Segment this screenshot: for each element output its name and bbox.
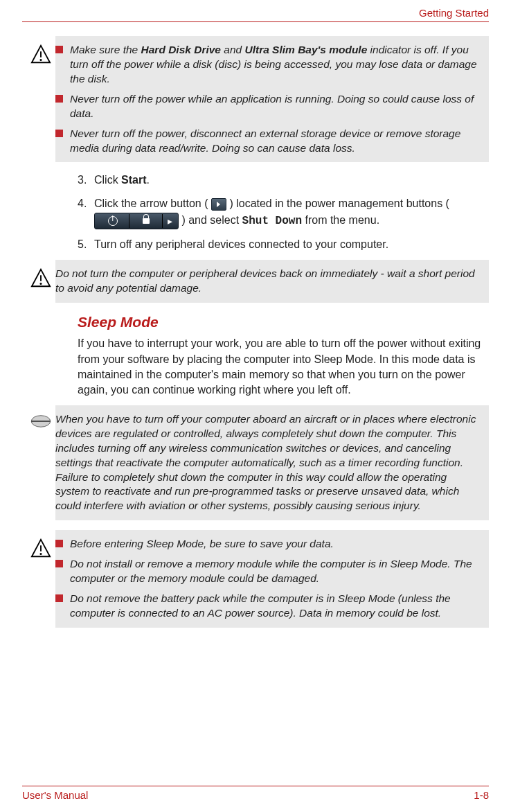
note-box: When you have to turn off your computer … bbox=[55, 405, 489, 520]
caution1-item-1: Make sure the Hard Disk Drive and Ultra … bbox=[55, 43, 481, 87]
sleep-mode-intro: If you have to interrupt your work, you … bbox=[78, 336, 489, 398]
caution1-item-3: Never turn off the power, disconnect an … bbox=[55, 127, 481, 156]
header-rule bbox=[22, 21, 489, 22]
caution3-item-2: Do not install or remove a memory module… bbox=[55, 557, 481, 586]
bullet-icon bbox=[55, 130, 63, 137]
page-footer: User's Manual 1-8 bbox=[22, 786, 489, 801]
caution-box-2: Do not turn the computer or peripheral d… bbox=[55, 260, 489, 303]
bullet-icon bbox=[55, 95, 63, 103]
caution-box-3: Before entering Sleep Mode, be sure to s… bbox=[55, 530, 489, 628]
caution-icon bbox=[30, 538, 51, 562]
caution-icon bbox=[30, 268, 51, 292]
bullet-icon bbox=[55, 540, 63, 547]
svg-point-5 bbox=[40, 283, 42, 285]
step-4: 4. Click the arrow button ( ) located in… bbox=[78, 195, 489, 229]
chapter-header: Getting Started bbox=[22, 0, 489, 21]
steps-list: 3. Click Start. 4. Click the arrow butto… bbox=[78, 172, 489, 253]
caution-icon bbox=[30, 44, 51, 68]
note-icon bbox=[30, 414, 52, 432]
caution3-item-1: Before entering Sleep Mode, be sure to s… bbox=[55, 537, 481, 551]
step-3: 3. Click Start. bbox=[78, 172, 489, 188]
step-5: 5. Turn off any peripheral devices conne… bbox=[78, 236, 489, 253]
svg-point-10 bbox=[40, 553, 42, 555]
footer-manual-label: User's Manual bbox=[22, 789, 88, 801]
sleep-mode-heading: Sleep Mode bbox=[78, 314, 489, 330]
footer-page-number: 1-8 bbox=[474, 789, 489, 801]
svg-point-2 bbox=[40, 59, 42, 61]
caution1-item-2: Never turn off the power while an applic… bbox=[55, 92, 481, 121]
caution3-item-3: Do not remove the battery pack while the… bbox=[55, 592, 481, 621]
power-management-buttons-icon: ▸ bbox=[94, 213, 179, 229]
bullet-icon bbox=[55, 46, 63, 53]
bullet-icon bbox=[55, 594, 63, 602]
caution-box-1: Make sure the Hard Disk Drive and Ultra … bbox=[55, 36, 489, 162]
arrow-button-icon bbox=[211, 198, 226, 211]
footer-rule bbox=[22, 786, 489, 786]
bullet-icon bbox=[55, 560, 63, 567]
